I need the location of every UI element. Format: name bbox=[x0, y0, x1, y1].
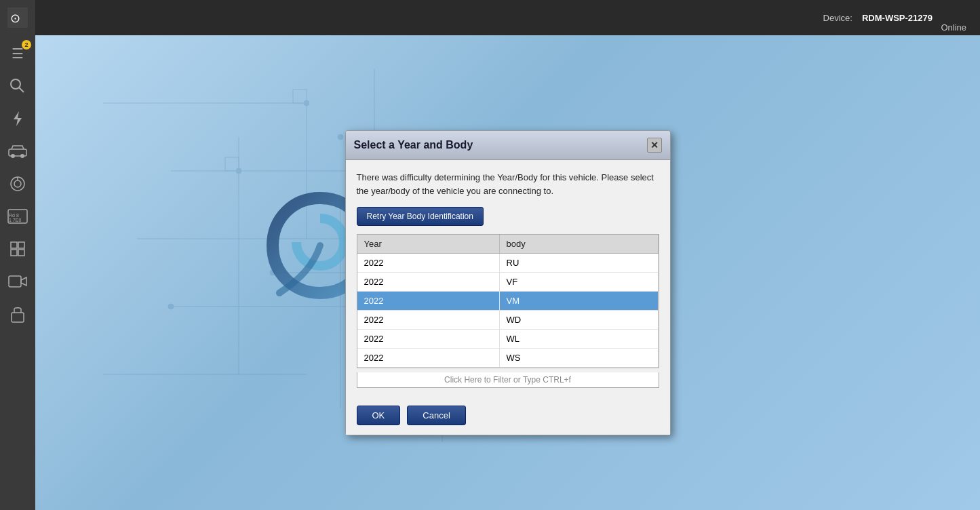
table-row[interactable]: 2022 WL bbox=[357, 330, 659, 349]
search-car-icon bbox=[9, 77, 26, 95]
dialog-footer: OK Cancel bbox=[346, 399, 670, 435]
filter-bar[interactable]: Click Here to Filter or Type CTRL+f bbox=[357, 372, 659, 388]
year-cell: 2022 bbox=[357, 330, 500, 348]
sidebar-item-car[interactable] bbox=[3, 136, 33, 166]
svg-text:1 7E0: 1 7E0 bbox=[9, 218, 21, 222]
svg-marker-19 bbox=[21, 277, 26, 286]
body-cell: WS bbox=[500, 349, 659, 367]
year-cell: 2022 bbox=[357, 292, 500, 310]
table-row[interactable]: 2022 VF bbox=[357, 273, 659, 292]
year-cell: 2022 bbox=[357, 311, 500, 329]
sidebar-item-lock[interactable] bbox=[3, 299, 33, 329]
year-cell: 2022 bbox=[357, 349, 500, 367]
dialog-overlay: Select a Year and Body ✕ There was diffi… bbox=[35, 35, 980, 510]
table-row[interactable]: 2022 WD bbox=[357, 311, 659, 330]
svg-text:⊙: ⊙ bbox=[10, 12, 20, 25]
year-body-dialog: Select a Year and Body ✕ There was diffi… bbox=[345, 130, 671, 435]
rdm-icon: Rd 8 1 7E0 bbox=[7, 209, 28, 224]
table-row[interactable]: 2022 WS bbox=[357, 349, 659, 368]
sidebar-item-grid[interactable] bbox=[3, 234, 33, 264]
grid-icon bbox=[9, 241, 26, 257]
svg-rect-15 bbox=[18, 242, 24, 248]
svg-rect-17 bbox=[18, 250, 24, 256]
antenna-icon bbox=[9, 175, 26, 193]
dialog-message: There was difficulty determining the Yea… bbox=[357, 171, 659, 197]
ok-button[interactable]: OK bbox=[357, 406, 401, 425]
table-body[interactable]: 2022 RU 2022 VF 2022 VM 2022 WD 2022 WL … bbox=[357, 254, 659, 368]
svg-rect-18 bbox=[9, 276, 21, 287]
dialog-body: There was difficulty determining the Yea… bbox=[346, 160, 670, 399]
body-cell: VM bbox=[500, 292, 659, 310]
sidebar: ☰ 2 Rd 8 1 7E0 bbox=[0, 35, 35, 510]
svg-point-6 bbox=[11, 154, 15, 158]
sidebar-item-rdm[interactable]: Rd 8 1 7E0 bbox=[3, 201, 33, 231]
year-cell: 2022 bbox=[357, 254, 500, 272]
cancel-button[interactable]: Cancel bbox=[407, 406, 465, 425]
device-id: RDM-WSP-21279 bbox=[862, 13, 933, 23]
car-icon bbox=[7, 144, 28, 159]
sidebar-item-search[interactable] bbox=[3, 71, 33, 101]
svg-rect-14 bbox=[11, 242, 17, 248]
table-row[interactable]: 2022 VM bbox=[357, 292, 659, 311]
device-label: Device: bbox=[823, 13, 852, 23]
table-row[interactable]: 2022 RU bbox=[357, 254, 659, 273]
lock-icon bbox=[10, 305, 25, 323]
sidebar-item-menu[interactable]: ☰ 2 bbox=[3, 39, 33, 68]
retry-year-body-button[interactable]: Retry Year Body Identification bbox=[357, 207, 484, 226]
main-content: Select a Year and Body ✕ There was diffi… bbox=[35, 35, 980, 510]
sidebar-item-antenna[interactable] bbox=[3, 169, 33, 199]
dialog-title: Select a Year and Body bbox=[354, 139, 473, 151]
year-column-header: Year bbox=[357, 235, 500, 253]
svg-point-7 bbox=[20, 154, 24, 158]
status-badge: Online bbox=[941, 22, 966, 33]
menu-icon: ☰ bbox=[12, 45, 24, 62]
svg-marker-4 bbox=[14, 111, 22, 126]
sidebar-item-lightning[interactable] bbox=[3, 104, 33, 134]
notification-badge: 2 bbox=[22, 40, 31, 50]
dialog-titlebar: Select a Year and Body ✕ bbox=[346, 131, 670, 160]
svg-rect-20 bbox=[12, 313, 24, 322]
sidebar-item-video[interactable] bbox=[3, 267, 33, 296]
svg-line-3 bbox=[19, 87, 24, 92]
svg-point-2 bbox=[11, 79, 20, 89]
body-cell: VF bbox=[500, 273, 659, 291]
table-header: Year body bbox=[357, 235, 659, 254]
year-cell: 2022 bbox=[357, 273, 500, 291]
top-bar: ⊙ Device: RDM-WSP-21279 Online bbox=[0, 0, 980, 35]
body-column-header: body bbox=[500, 235, 659, 253]
svg-point-9 bbox=[14, 180, 21, 187]
body-cell: RU bbox=[500, 254, 659, 272]
app-logo: ⊙ bbox=[0, 0, 35, 35]
body-cell: WD bbox=[500, 311, 659, 329]
body-cell: WL bbox=[500, 330, 659, 348]
lightning-icon bbox=[11, 110, 24, 128]
year-body-table: Year body 2022 RU 2022 VF 2022 VM 2022 W… bbox=[357, 234, 659, 368]
dialog-close-button[interactable]: ✕ bbox=[647, 138, 662, 153]
video-icon bbox=[8, 274, 27, 289]
svg-rect-16 bbox=[11, 250, 17, 256]
svg-text:Rd 8: Rd 8 bbox=[9, 213, 19, 218]
